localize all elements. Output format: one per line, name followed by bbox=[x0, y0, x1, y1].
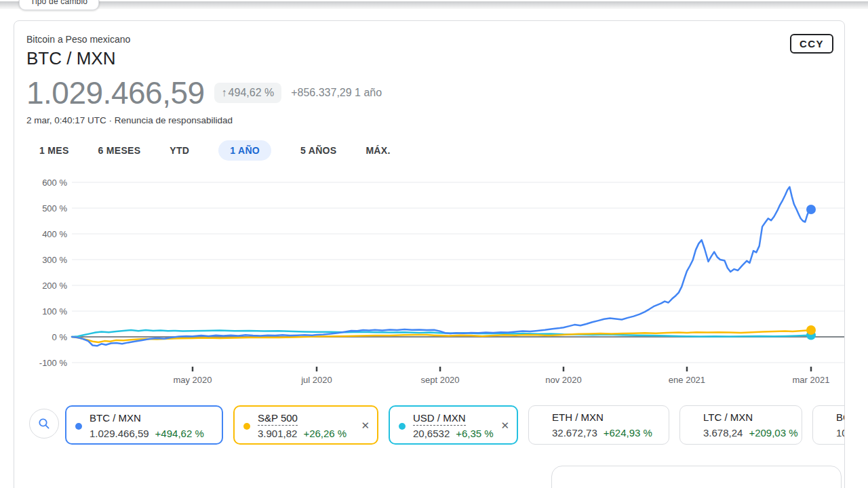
y-axis-label: 500 % bbox=[42, 203, 67, 214]
quote-card: Bitcoin a Peso mexicano BTC / MXN 1.029.… bbox=[14, 20, 845, 488]
compare-card-value: 3.678,24 bbox=[703, 427, 743, 439]
x-axis-label: may 2020 bbox=[173, 375, 212, 385]
y-axis-label: 100 % bbox=[42, 306, 67, 317]
x-axis-label: mar 2021 bbox=[793, 375, 830, 385]
series-dot-cyan bbox=[399, 423, 406, 430]
compare-card-change: +494,62 % bbox=[155, 428, 204, 439]
x-axis-label: sept 2020 bbox=[420, 375, 459, 385]
compare-card-change: +6,35 % bbox=[456, 428, 493, 439]
top-shadow-band bbox=[0, 1, 868, 9]
compare-card-value: 1.029.466,59 bbox=[90, 428, 149, 439]
compare-card-cutoff[interactable]: BC 10 ✕ bbox=[812, 405, 845, 445]
next-section-panel bbox=[551, 466, 842, 488]
x-axis-label: ene 2021 bbox=[669, 375, 705, 385]
add-comparison-button[interactable] bbox=[29, 409, 59, 439]
y-axis-label: -100 % bbox=[39, 358, 68, 368]
compare-card-title: USD / MXN bbox=[413, 412, 466, 426]
compare-card-change: +26,26 % bbox=[303, 428, 347, 439]
compare-card-btc-mxn[interactable]: BTC / MXN 1.029.466,59+494,62 % ✕ bbox=[65, 405, 223, 445]
comparison-row: BTC / MXN 1.029.466,59+494,62 % ✕ S&P 50… bbox=[14, 405, 845, 445]
chart-end-dot-btc-mxn bbox=[806, 205, 816, 214]
compare-card-title: ETH / MXN bbox=[552, 411, 604, 423]
compare-card-change: +624,93 % bbox=[604, 427, 652, 439]
compare-card-value: 32.672,73 bbox=[552, 427, 597, 439]
compare-card-usd-mxn[interactable]: USD / MXN 20,6532+6,35 % ✕ bbox=[389, 405, 518, 445]
compare-card-change: +209,03 % bbox=[749, 427, 797, 439]
y-axis-label: 400 % bbox=[42, 229, 67, 239]
close-icon[interactable]: ✕ bbox=[500, 420, 509, 432]
chart-line-btc-mxn bbox=[72, 187, 811, 346]
compare-card-ltc-mxn[interactable]: LTC / MXN 3.678,24+209,03 % ✕ bbox=[679, 405, 802, 445]
compare-card-eth-mxn[interactable]: ETH / MXN 32.672,73+624,93 % ✕ bbox=[528, 405, 669, 445]
y-axis-label: 200 % bbox=[42, 281, 67, 291]
close-icon[interactable]: ✕ bbox=[361, 420, 370, 432]
compare-card-title: BTC / MXN bbox=[90, 412, 141, 424]
series-dot-blue bbox=[75, 423, 82, 430]
chart-end-dot-sp-500 bbox=[806, 325, 816, 335]
compare-card-title: S&P 500 bbox=[258, 412, 298, 426]
y-axis-label: 600 % bbox=[42, 178, 67, 188]
x-axis-label: nov 2020 bbox=[545, 375, 582, 385]
compare-card-title: BC bbox=[836, 411, 845, 423]
search-icon bbox=[37, 417, 51, 430]
exchange-type-chip-label: Tipo de cambio bbox=[31, 0, 87, 6]
compare-card-value: 3.901,82 bbox=[258, 428, 297, 439]
compare-card-value: 20,6532 bbox=[413, 428, 450, 439]
y-axis-label: 0 % bbox=[52, 332, 68, 342]
compare-card-sp500[interactable]: S&P 500 3.901,82+26,26 % ✕ bbox=[233, 405, 378, 445]
compare-card-value: 10 bbox=[836, 427, 845, 439]
compare-card-title: LTC / MXN bbox=[703, 411, 753, 423]
y-axis-label: 300 % bbox=[42, 255, 67, 265]
x-axis-label: jul 2020 bbox=[300, 375, 332, 385]
series-dot-yellow bbox=[243, 423, 250, 430]
exchange-type-chip[interactable]: Tipo de cambio bbox=[19, 0, 99, 10]
